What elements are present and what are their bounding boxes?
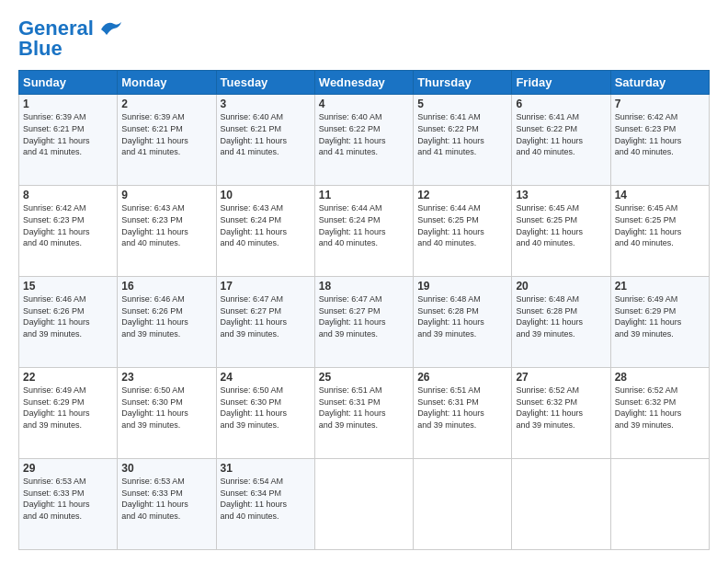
calendar-cell: 4Sunrise: 6:40 AM Sunset: 6:22 PM Daylig… <box>314 95 413 186</box>
calendar-cell: 11Sunrise: 6:44 AM Sunset: 6:24 PM Dayli… <box>314 186 413 277</box>
day-number: 2 <box>121 98 211 110</box>
day-info: Sunrise: 6:42 AM Sunset: 6:23 PM Dayligh… <box>23 202 113 248</box>
calendar-cell: 7Sunrise: 6:42 AM Sunset: 6:23 PM Daylig… <box>610 95 709 186</box>
calendar-cell: 2Sunrise: 6:39 AM Sunset: 6:21 PM Daylig… <box>118 95 216 186</box>
day-number: 1 <box>23 98 113 110</box>
day-info: Sunrise: 6:47 AM Sunset: 6:27 PM Dayligh… <box>319 293 409 339</box>
day-number: 10 <box>221 189 311 201</box>
calendar-cell: 25Sunrise: 6:51 AM Sunset: 6:31 PM Dayli… <box>314 368 413 459</box>
calendar-cell <box>414 459 512 550</box>
logo: General Blue <box>18 17 123 61</box>
day-info: Sunrise: 6:43 AM Sunset: 6:24 PM Dayligh… <box>221 202 311 248</box>
weekday-header-tuesday: Tuesday <box>216 71 314 95</box>
day-number: 16 <box>121 280 211 293</box>
day-info: Sunrise: 6:42 AM Sunset: 6:23 PM Dayligh… <box>615 111 705 157</box>
calendar-cell: 30Sunrise: 6:53 AM Sunset: 6:33 PM Dayli… <box>118 459 216 550</box>
day-number: 15 <box>23 280 113 293</box>
calendar-cell: 13Sunrise: 6:45 AM Sunset: 6:25 PM Dayli… <box>512 186 610 277</box>
day-number: 11 <box>319 189 409 201</box>
day-info: Sunrise: 6:54 AM Sunset: 6:34 PM Dayligh… <box>221 476 311 522</box>
calendar-cell: 6Sunrise: 6:41 AM Sunset: 6:22 PM Daylig… <box>512 95 610 186</box>
header: General Blue <box>18 17 710 61</box>
day-number: 14 <box>615 189 705 201</box>
day-info: Sunrise: 6:45 AM Sunset: 6:25 PM Dayligh… <box>516 202 606 248</box>
calendar-cell: 29Sunrise: 6:53 AM Sunset: 6:33 PM Dayli… <box>19 459 118 550</box>
day-number: 19 <box>417 280 507 293</box>
day-number: 4 <box>319 98 409 110</box>
day-number: 25 <box>319 371 409 384</box>
day-number: 23 <box>121 371 211 384</box>
weekday-header-saturday: Saturday <box>610 71 709 95</box>
day-info: Sunrise: 6:52 AM Sunset: 6:32 PM Dayligh… <box>615 385 705 431</box>
calendar-table: SundayMondayTuesdayWednesdayThursdayFrid… <box>18 70 710 550</box>
calendar-cell <box>610 459 709 550</box>
day-number: 13 <box>516 189 606 201</box>
day-info: Sunrise: 6:48 AM Sunset: 6:28 PM Dayligh… <box>417 293 507 339</box>
day-number: 8 <box>23 189 113 201</box>
calendar-cell: 10Sunrise: 6:43 AM Sunset: 6:24 PM Dayli… <box>216 186 314 277</box>
day-info: Sunrise: 6:44 AM Sunset: 6:25 PM Dayligh… <box>417 202 507 248</box>
day-info: Sunrise: 6:52 AM Sunset: 6:32 PM Dayligh… <box>516 385 606 431</box>
calendar-cell: 24Sunrise: 6:50 AM Sunset: 6:30 PM Dayli… <box>216 368 314 459</box>
calendar-cell <box>314 459 413 550</box>
day-info: Sunrise: 6:47 AM Sunset: 6:27 PM Dayligh… <box>221 293 311 339</box>
day-number: 5 <box>417 98 507 110</box>
calendar-cell: 12Sunrise: 6:44 AM Sunset: 6:25 PM Dayli… <box>414 186 512 277</box>
calendar-cell: 14Sunrise: 6:45 AM Sunset: 6:25 PM Dayli… <box>610 186 709 277</box>
calendar-cell: 15Sunrise: 6:46 AM Sunset: 6:26 PM Dayli… <box>19 277 118 368</box>
day-info: Sunrise: 6:41 AM Sunset: 6:22 PM Dayligh… <box>516 111 606 157</box>
day-number: 6 <box>516 98 606 110</box>
weekday-header-friday: Friday <box>512 71 610 95</box>
day-info: Sunrise: 6:50 AM Sunset: 6:30 PM Dayligh… <box>121 385 211 431</box>
day-info: Sunrise: 6:39 AM Sunset: 6:21 PM Dayligh… <box>23 111 113 157</box>
day-info: Sunrise: 6:48 AM Sunset: 6:28 PM Dayligh… <box>516 293 606 339</box>
day-number: 20 <box>516 280 606 293</box>
day-info: Sunrise: 6:39 AM Sunset: 6:21 PM Dayligh… <box>121 111 211 157</box>
day-number: 27 <box>516 371 606 384</box>
day-info: Sunrise: 6:41 AM Sunset: 6:22 PM Dayligh… <box>417 111 507 157</box>
calendar-cell: 17Sunrise: 6:47 AM Sunset: 6:27 PM Dayli… <box>216 277 314 368</box>
day-number: 26 <box>417 371 507 384</box>
weekday-header-wednesday: Wednesday <box>314 71 413 95</box>
day-number: 22 <box>23 371 113 384</box>
day-info: Sunrise: 6:45 AM Sunset: 6:25 PM Dayligh… <box>615 202 705 248</box>
day-number: 29 <box>23 462 113 475</box>
day-info: Sunrise: 6:43 AM Sunset: 6:23 PM Dayligh… <box>121 202 211 248</box>
calendar-cell: 23Sunrise: 6:50 AM Sunset: 6:30 PM Dayli… <box>118 368 216 459</box>
calendar-cell: 18Sunrise: 6:47 AM Sunset: 6:27 PM Dayli… <box>314 277 413 368</box>
logo-bird-icon <box>97 18 123 39</box>
calendar-cell: 20Sunrise: 6:48 AM Sunset: 6:28 PM Dayli… <box>512 277 610 368</box>
calendar-cell: 28Sunrise: 6:52 AM Sunset: 6:32 PM Dayli… <box>610 368 709 459</box>
day-number: 12 <box>417 189 507 201</box>
day-number: 31 <box>221 462 311 475</box>
calendar-cell: 16Sunrise: 6:46 AM Sunset: 6:26 PM Dayli… <box>118 277 216 368</box>
day-info: Sunrise: 6:51 AM Sunset: 6:31 PM Dayligh… <box>319 385 409 431</box>
day-info: Sunrise: 6:40 AM Sunset: 6:21 PM Dayligh… <box>221 111 311 157</box>
day-info: Sunrise: 6:46 AM Sunset: 6:26 PM Dayligh… <box>121 293 211 339</box>
calendar-cell: 27Sunrise: 6:52 AM Sunset: 6:32 PM Dayli… <box>512 368 610 459</box>
page: General Blue SundayMondayTuesdayWednesda… <box>0 0 728 563</box>
day-info: Sunrise: 6:53 AM Sunset: 6:33 PM Dayligh… <box>23 476 113 522</box>
day-info: Sunrise: 6:49 AM Sunset: 6:29 PM Dayligh… <box>23 385 113 431</box>
day-number: 9 <box>121 189 211 201</box>
day-number: 30 <box>121 462 211 475</box>
calendar-cell: 22Sunrise: 6:49 AM Sunset: 6:29 PM Dayli… <box>19 368 118 459</box>
day-number: 3 <box>221 98 311 110</box>
day-number: 21 <box>615 280 705 293</box>
calendar-cell: 8Sunrise: 6:42 AM Sunset: 6:23 PM Daylig… <box>19 186 118 277</box>
calendar-cell: 3Sunrise: 6:40 AM Sunset: 6:21 PM Daylig… <box>216 95 314 186</box>
day-info: Sunrise: 6:51 AM Sunset: 6:31 PM Dayligh… <box>417 385 507 431</box>
day-number: 7 <box>615 98 705 110</box>
day-info: Sunrise: 6:49 AM Sunset: 6:29 PM Dayligh… <box>615 293 705 339</box>
weekday-header-thursday: Thursday <box>414 71 512 95</box>
calendar-cell: 21Sunrise: 6:49 AM Sunset: 6:29 PM Dayli… <box>610 277 709 368</box>
weekday-header-monday: Monday <box>118 71 216 95</box>
calendar-cell: 9Sunrise: 6:43 AM Sunset: 6:23 PM Daylig… <box>118 186 216 277</box>
day-info: Sunrise: 6:40 AM Sunset: 6:22 PM Dayligh… <box>319 111 409 157</box>
day-number: 28 <box>615 371 705 384</box>
day-info: Sunrise: 6:46 AM Sunset: 6:26 PM Dayligh… <box>23 293 113 339</box>
calendar-cell <box>512 459 610 550</box>
calendar-cell: 19Sunrise: 6:48 AM Sunset: 6:28 PM Dayli… <box>414 277 512 368</box>
day-number: 18 <box>319 280 409 293</box>
weekday-header-sunday: Sunday <box>19 71 118 95</box>
